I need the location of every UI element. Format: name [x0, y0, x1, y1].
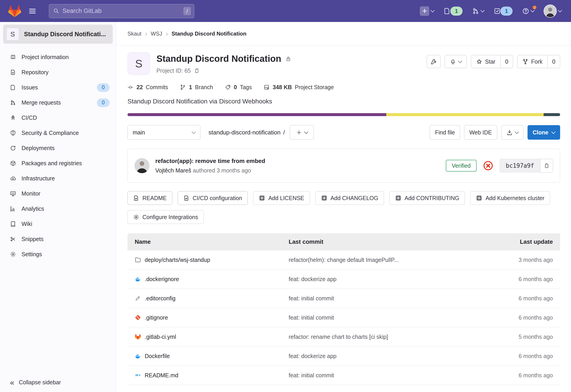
- download-button[interactable]: [501, 125, 523, 140]
- notifications-button[interactable]: [445, 55, 467, 68]
- sidebar-item-settings[interactable]: Settings: [0, 247, 116, 262]
- commits-stat[interactable]: 22Commits: [128, 84, 168, 91]
- star-count[interactable]: 0: [500, 55, 513, 68]
- merge-requests-count-badge: 0: [97, 98, 110, 107]
- todos-nav-button[interactable]: 1: [492, 5, 514, 17]
- row-commit-message[interactable]: feat: initial commit: [289, 372, 478, 379]
- add-kubernetes-cluster-button[interactable]: Add Kubernetes cluster: [470, 191, 550, 205]
- branch-icon: [180, 84, 186, 90]
- row-last-update: 6 months ago: [478, 372, 553, 379]
- branch-selector[interactable]: main: [128, 125, 200, 140]
- project-stats: 22Commits 1Branch 0Tags 348 KBProject St…: [128, 84, 560, 91]
- row-commit-message[interactable]: refactor: rename chart to charts [ci ski…: [289, 334, 478, 340]
- row-commit-message[interactable]: feat: dockerize app: [289, 353, 478, 359]
- collapse-sidebar-label: Collapse sidebar: [19, 379, 61, 386]
- table-row: .gitlab-ci.yml refactor: rename chart to…: [128, 327, 560, 346]
- sidebar-item-snippets[interactable]: Snippets: [0, 232, 116, 247]
- admin-wrench-button[interactable]: [427, 55, 441, 68]
- cicd-configuration-button[interactable]: CI/CD configuration: [178, 191, 248, 205]
- file-icon: [133, 195, 139, 201]
- todos-count-badge: 1: [500, 7, 513, 16]
- table-row-partial: [128, 385, 560, 386]
- sidebar-item-deployments[interactable]: Deployments: [0, 140, 116, 156]
- copy-project-id-icon[interactable]: [194, 68, 200, 73]
- commit-author[interactable]: Vojtěch Mareš: [155, 167, 191, 174]
- fork-count[interactable]: 0: [548, 55, 560, 68]
- language-segment-3: [543, 113, 560, 116]
- fork-button[interactable]: Fork: [517, 55, 548, 68]
- branches-stat[interactable]: 1Branch: [180, 84, 213, 91]
- sidebar-item-infrastructure[interactable]: Infrastructure: [0, 171, 116, 186]
- row-last-update: 6 months ago: [478, 353, 553, 359]
- gitlab-logo-icon[interactable]: [8, 5, 21, 17]
- pipeline-failed-icon[interactable]: [483, 160, 493, 171]
- disk-icon: [264, 84, 270, 90]
- row-commit-message[interactable]: refactor(helm): change default ImagePull…: [289, 257, 478, 263]
- verified-badge[interactable]: Verified: [446, 160, 476, 171]
- column-name[interactable]: Name: [135, 238, 289, 245]
- fork-button-group: Fork 0: [517, 55, 560, 68]
- docker-icon: [135, 353, 141, 359]
- repo-path[interactable]: standup-discord-notification: [209, 129, 281, 136]
- sidebar-item-packages-registries[interactable]: Packages and registries: [0, 156, 116, 171]
- sidebar-item-security-compliance[interactable]: Security & Compliance: [0, 125, 116, 140]
- gear-icon: [133, 214, 139, 220]
- storage-stat[interactable]: 348 KBProject Storage: [264, 84, 334, 91]
- row-last-update: 6 months ago: [478, 295, 553, 302]
- tags-stat[interactable]: 0Tags: [225, 84, 252, 91]
- find-file-button[interactable]: Find file: [430, 125, 460, 140]
- search-input[interactable]: [62, 7, 180, 14]
- language-bar[interactable]: [128, 113, 560, 116]
- chevron-down-icon: [192, 130, 196, 134]
- page-title: Standup Discord Notification: [157, 54, 281, 64]
- merge-request-icon: [472, 7, 479, 15]
- repository-icon: [10, 69, 16, 75]
- sidebar-item-analytics[interactable]: Analytics: [0, 201, 116, 216]
- editorconfig-icon: [135, 295, 141, 301]
- collapse-sidebar-button[interactable]: Collapse sidebar: [0, 373, 116, 392]
- breadcrumb-project[interactable]: Standup Discord Notification: [171, 30, 247, 37]
- commit-author-avatar[interactable]: [134, 158, 149, 173]
- sidebar-item-issues[interactable]: Issues 0: [0, 80, 116, 95]
- row-commit-message[interactable]: feat: initial commit: [289, 295, 478, 302]
- copy-commit-sha-button[interactable]: [540, 159, 553, 172]
- sidebar-item-merge-requests[interactable]: Merge requests 0: [0, 95, 116, 110]
- commit-sha[interactable]: bc197a9f: [500, 159, 540, 172]
- tag-icon: [225, 84, 231, 90]
- add-changelog-button[interactable]: Add CHANGELOG: [315, 191, 384, 205]
- star-button[interactable]: Star: [471, 55, 500, 68]
- merge-requests-nav-button[interactable]: [471, 6, 485, 16]
- clone-button[interactable]: Clone: [528, 125, 560, 140]
- add-file-button[interactable]: [290, 125, 314, 140]
- configure-integrations-button[interactable]: Configure Integrations: [128, 210, 204, 224]
- new-menu-button[interactable]: [418, 5, 435, 17]
- sidebar-project-context[interactable]: S Standup Discord Notificati...: [3, 25, 113, 44]
- web-ide-button[interactable]: Web IDE: [464, 125, 497, 140]
- sidebar-item-monitor[interactable]: Monitor: [0, 186, 116, 201]
- sidebar-item-cicd[interactable]: CI/CD: [0, 110, 116, 125]
- sidebar-item-repository[interactable]: Repository: [0, 65, 116, 80]
- readme-button[interactable]: README: [128, 191, 172, 205]
- chevron-right-icon: [145, 30, 147, 37]
- cloud-gear-icon: [10, 175, 16, 182]
- issues-nav-button[interactable]: 1: [442, 5, 464, 17]
- commit-title[interactable]: refactor(app): remove time from embed: [155, 157, 265, 165]
- row-commit-message[interactable]: feat: initial commit: [289, 314, 478, 321]
- search-box[interactable]: /: [49, 4, 194, 18]
- user-menu-button[interactable]: [542, 3, 563, 19]
- row-commit-message[interactable]: feat: dockerize app: [289, 276, 478, 282]
- bell-icon: [450, 59, 456, 65]
- sidebar-item-project-information[interactable]: Project information: [0, 50, 116, 65]
- breadcrumb-group[interactable]: Skaut: [128, 30, 141, 37]
- help-menu-button[interactable]: [521, 6, 535, 16]
- breadcrumb-subgroup[interactable]: WSJ: [151, 30, 162, 37]
- add-contributing-button[interactable]: Add CONTRIBUTING: [389, 191, 465, 205]
- hamburger-icon: [29, 7, 36, 15]
- add-license-button[interactable]: Add LICENSE: [253, 191, 310, 205]
- sidebar-item-wiki[interactable]: Wiki: [0, 216, 116, 232]
- folder-icon: [135, 257, 141, 263]
- table-row: Dockerfile feat: dockerize app 6 months …: [128, 346, 560, 365]
- project-avatar-small: S: [6, 28, 19, 41]
- hamburger-menu-button[interactable]: [27, 6, 38, 16]
- gitlab-icon: [135, 334, 141, 340]
